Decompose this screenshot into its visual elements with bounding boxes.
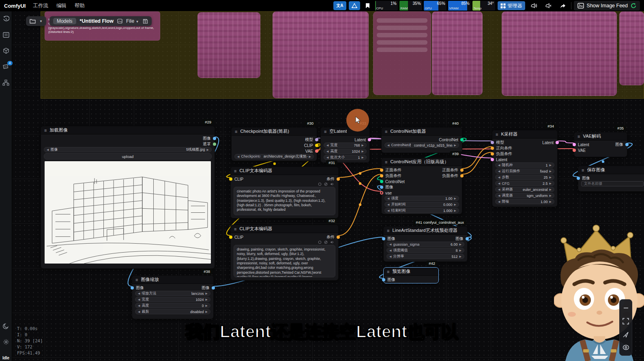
translate-button[interactable]: 文A	[333, 1, 346, 10]
prompt-textarea[interactable]: drawing, painting, crayon, sketch, graph…	[234, 245, 335, 277]
increment-arrow[interactable]: ▶	[459, 255, 462, 258]
sidebar-item-queue-history[interactable]	[2, 15, 10, 23]
slot-dot[interactable]	[382, 278, 385, 281]
input-slot-负面条件[interactable]: 负面条件	[492, 151, 512, 157]
sidebar-item-logs[interactable]	[2, 31, 10, 39]
node-menu-icon[interactable]: ≡	[385, 129, 387, 134]
slot-dot[interactable]	[491, 141, 494, 144]
node-ControlNet应用（旧版高级）[interactable]: #39≡ControlNet应用（旧版高级）正面条件负面条件ControlNet…	[381, 158, 462, 214]
increment-arrow[interactable]: ▶	[207, 148, 209, 151]
slot-dot[interactable]	[337, 236, 340, 239]
slot-dot[interactable]	[491, 158, 494, 161]
node-header[interactable]: ≡保存图像	[578, 166, 644, 174]
output-slot-图像[interactable]: 图像	[615, 142, 627, 147]
mute-icon[interactable]	[324, 182, 328, 186]
input-slot-ControlNet[interactable]: ControlNet	[382, 179, 405, 184]
input-slot-Latent[interactable]: Latent	[492, 157, 507, 162]
slot-dot[interactable]	[491, 147, 494, 150]
save-icon[interactable]	[143, 19, 148, 24]
decrement-arrow[interactable]: ◀	[389, 243, 391, 246]
increment-arrow[interactable]: ▶	[550, 176, 552, 179]
input-slot-VAE[interactable]: VAE	[574, 147, 586, 153]
increment-arrow[interactable]: ▶	[362, 156, 364, 159]
node-图像缩放[interactable]: #38≡图像缩放图像图像◀缩放方法lanczos▶◀宽度1024▶◀高度0▶◀裁…	[132, 275, 214, 319]
widget-开始时间[interactable]: ◀开始时间0.000▶	[384, 202, 459, 207]
decrement-arrow[interactable]: ◀	[138, 310, 140, 313]
widget-宽度[interactable]: ◀宽度768▶	[324, 143, 367, 148]
decrement-arrow[interactable]: ◀	[237, 155, 239, 158]
node-Checkpoint加载器(简易)[interactable]: #30≡Checkpoint加载器(简易)模型CLIPVAE◀Checkpoin…	[231, 127, 317, 161]
decrement-arrow[interactable]: ◀	[498, 164, 500, 167]
announcement-button-1[interactable]	[528, 1, 540, 10]
node-header[interactable]: ≡LineArtStandard艺术线预处理器	[384, 227, 467, 235]
output-slot-模型[interactable]: 模型	[305, 137, 317, 143]
widget-分辨率[interactable]: ◀分辨率512▶	[386, 254, 464, 259]
decrement-arrow[interactable]: ◀	[387, 209, 389, 212]
node-header[interactable]: ≡ControlNet加载器	[382, 128, 462, 136]
input-slot-模型[interactable]: 模型	[492, 140, 504, 145]
node-menu-icon[interactable]: ≡	[44, 128, 47, 133]
slot-dot[interactable]	[573, 149, 576, 152]
bookmark-button[interactable]	[363, 1, 373, 10]
input-slot-Latent[interactable]: Latent	[574, 142, 589, 147]
slot-dot[interactable]	[315, 149, 318, 153]
widget-宽度[interactable]: ◀宽度1024▶	[135, 297, 210, 302]
file-menu[interactable]: File ▼	[126, 18, 139, 24]
upload-button[interactable]: upload	[44, 153, 212, 160]
node-menu-icon[interactable]: ≡	[324, 129, 326, 134]
menu-item-工作流[interactable]: 工作流	[33, 2, 48, 9]
decrement-arrow[interactable]: ◀	[138, 292, 140, 295]
decrement-arrow[interactable]: ◀	[47, 148, 49, 151]
widget-调度器[interactable]: ◀调度器sgm_uniform▶	[495, 193, 554, 198]
increment-arrow[interactable]: ▶	[454, 203, 456, 206]
input-slot-正面条件[interactable]: 正面条件	[382, 167, 401, 173]
node-header[interactable]: ≡加载图像	[41, 126, 215, 134]
widget-步数[interactable]: ◀步数25▶	[495, 175, 554, 180]
slot-dot[interactable]	[556, 141, 559, 144]
share-button[interactable]	[557, 1, 569, 10]
prompt-textarea[interactable]: cinematic photo An artist's impression o…	[234, 187, 335, 215]
node-menu-icon[interactable]: ≡	[496, 132, 498, 137]
input-slot-图像[interactable]: 图像	[384, 277, 395, 283]
node-加载图像[interactable]: #29≡加载图像图像遮罩◀图像5线稿图.jpg▶upload	[41, 126, 215, 269]
slot-dot[interactable]	[382, 237, 385, 240]
output-slot-条件[interactable]: 条件	[326, 176, 338, 182]
input-slot-CLIP[interactable]: CLIP	[231, 176, 243, 182]
decrement-arrow[interactable]: ◀	[387, 197, 389, 200]
output-slot-图像[interactable]: 图像	[202, 285, 213, 291]
node-header[interactable]: ≡图像缩放	[132, 276, 213, 284]
node-VAE解码[interactable]: #35≡VAE解码LatentVAE图像	[574, 132, 627, 157]
slot-dot[interactable]	[213, 143, 216, 146]
slot-dot[interactable]	[573, 143, 576, 146]
select-mode-icon[interactable]	[623, 331, 629, 338]
increment-arrow[interactable]: ▶	[454, 209, 456, 212]
decrement-arrow[interactable]: ◀	[498, 194, 500, 197]
node-header[interactable]: ≡预览图像	[384, 268, 438, 276]
widget-批次大小[interactable]: ◀批次大小1▶	[324, 155, 367, 160]
slot-dot[interactable]	[491, 152, 494, 156]
slot-dot[interactable]	[380, 169, 383, 172]
image-feed-icon[interactable]	[117, 19, 122, 24]
node-header[interactable]: ≡VAE解码	[574, 132, 627, 141]
widget-Checkpoint名称[interactable]: ◀Checkpoint名称architecutre_design元境筑-Yuan…	[234, 154, 314, 159]
increment-arrow[interactable]: ▶	[550, 194, 552, 197]
speaker-icon[interactable]	[330, 240, 334, 244]
increment-arrow[interactable]: ▶	[550, 164, 552, 167]
widget-降噪[interactable]: ◀降噪1.00▶	[495, 199, 554, 204]
decrement-arrow[interactable]: ◀	[326, 144, 328, 147]
node-menu-icon[interactable]: ≡	[385, 160, 387, 164]
decrement-arrow[interactable]: ◀	[498, 176, 500, 179]
models-button[interactable]: Models	[53, 18, 76, 24]
decrement-arrow[interactable]: ◀	[138, 304, 140, 307]
slot-dot[interactable]	[460, 174, 464, 177]
fit-view-icon[interactable]	[623, 318, 629, 324]
toggle-link-visibility-icon[interactable]	[623, 345, 629, 350]
output-slot-Latent[interactable]: Latent	[354, 137, 369, 143]
slot-dot[interactable]	[212, 286, 215, 290]
increment-arrow[interactable]: ▶	[459, 243, 462, 246]
node-menu-icon[interactable]: ≡	[582, 168, 584, 173]
decrement-arrow[interactable]: ◀	[387, 144, 389, 147]
sidebar-item-models[interactable]	[2, 47, 10, 54]
node-空Latent[interactable]: #33≡空LatentLatent◀宽度768▶◀高度1024▶◀批次大小1▶	[320, 127, 370, 163]
output-slot-VAE[interactable]: VAE	[305, 148, 317, 154]
